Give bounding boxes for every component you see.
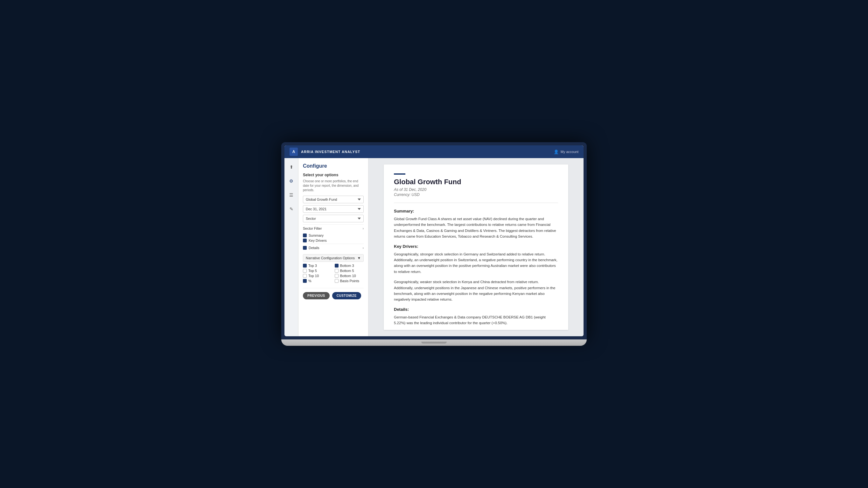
top10-checkbox[interactable] bbox=[303, 274, 307, 278]
details-section-title: Details: bbox=[394, 307, 558, 312]
details-label: Details bbox=[309, 246, 319, 250]
customize-button[interactable]: CUSTOMIZE bbox=[332, 292, 361, 299]
narrative-label: Narrative Configuration Options bbox=[306, 256, 355, 260]
key-drivers-text-2: Geographically, weaker stock selection i… bbox=[394, 279, 558, 302]
report-currency: Currency: USD bbox=[394, 192, 558, 197]
bottom3-checkbox[interactable] bbox=[335, 264, 339, 267]
bottom-buttons: PREVIOUS CUSTOMIZE bbox=[303, 288, 364, 299]
narrative-header[interactable]: Narrative Configuration Options ▼ bbox=[303, 254, 364, 262]
top-nav: A ARRIA INVESTMENT ANALYST 👤 My account bbox=[284, 145, 584, 158]
bottom3-option[interactable]: Bottom 3 bbox=[335, 264, 364, 267]
upload-icon[interactable]: ⬆ bbox=[287, 163, 296, 171]
percent-checkbox[interactable] bbox=[303, 279, 307, 283]
top5-label: Top 5 bbox=[308, 269, 317, 273]
configure-title: Configure bbox=[303, 163, 364, 169]
top3-option[interactable]: Top 3 bbox=[303, 264, 332, 267]
user-icon: 👤 bbox=[554, 150, 559, 154]
bottom10-option[interactable]: Bottom 10 bbox=[335, 274, 364, 278]
narrative-options-grid: Top 3 Bottom 3 Top 5 bbox=[303, 264, 364, 283]
basis-points-label: Basis Points bbox=[340, 279, 360, 283]
helper-text: Choose one or more portfolios, the end d… bbox=[303, 179, 364, 192]
edit-icon[interactable]: ✎ bbox=[287, 204, 296, 214]
key-drivers-label: Key Drivers bbox=[309, 238, 327, 242]
previous-button[interactable]: PREVIOUS bbox=[303, 292, 330, 299]
laptop-wrapper: A ARRIA INVESTMENT ANALYST 👤 My account … bbox=[281, 142, 587, 346]
select-options-label: Select your options bbox=[303, 173, 364, 177]
main-layout: ⬆ ⚙ ☰ ✎ Configure Select your options Ch… bbox=[284, 158, 584, 336]
details-body-text: German-based Financial Exchanges & Data … bbox=[394, 314, 558, 326]
top-nav-right[interactable]: 👤 My account bbox=[554, 150, 579, 154]
percent-label: % bbox=[308, 279, 311, 283]
top3-label: Top 3 bbox=[308, 264, 317, 267]
sector-filter-label: Sector Filter bbox=[303, 227, 322, 230]
settings-icon[interactable]: ⚙ bbox=[287, 176, 296, 186]
bottom5-option[interactable]: Bottom 5 bbox=[335, 269, 364, 273]
details-checkbox[interactable] bbox=[303, 246, 307, 250]
summary-body-text: Global Growth Fund Class A shares at net… bbox=[394, 216, 558, 239]
bottom3-label: Bottom 3 bbox=[340, 264, 354, 267]
top5-option[interactable]: Top 5 bbox=[303, 269, 332, 273]
icon-bar: ⬆ ⚙ ☰ ✎ bbox=[284, 158, 299, 336]
basis-points-checkbox[interactable] bbox=[335, 279, 339, 283]
narrative-chevron: ▼ bbox=[357, 256, 361, 260]
top10-label: Top 10 bbox=[308, 274, 319, 278]
top5-checkbox[interactable] bbox=[303, 269, 307, 273]
report-card: Global Growth Fund As of 31 Dec, 2020 Cu… bbox=[384, 164, 568, 330]
key-drivers-checkbox[interactable] bbox=[303, 238, 307, 242]
report-title: Global Growth Fund bbox=[394, 178, 558, 186]
details-chevron: › bbox=[363, 246, 364, 250]
bottom10-label: Bottom 10 bbox=[340, 274, 356, 278]
narrative-section: Narrative Configuration Options ▼ Top 3 … bbox=[303, 254, 364, 283]
laptop-base bbox=[281, 339, 587, 346]
sector-filter-chevron: › bbox=[363, 227, 364, 230]
report-date: As of 31 Dec, 2020 bbox=[394, 187, 558, 192]
top10-option[interactable]: Top 10 bbox=[303, 274, 332, 278]
summary-section-title: Summary: bbox=[394, 209, 558, 214]
summary-checkbox[interactable] bbox=[303, 233, 307, 237]
laptop-screen: A ARRIA INVESTMENT ANALYST 👤 My account … bbox=[281, 142, 587, 339]
app-logo: A bbox=[289, 148, 298, 156]
bottom5-label: Bottom 5 bbox=[340, 269, 354, 273]
app-title: ARRIA INVESTMENT ANALYST bbox=[301, 150, 360, 154]
app-container: A ARRIA INVESTMENT ANALYST 👤 My account … bbox=[284, 145, 584, 336]
preview-area: Global Growth Fund As of 31 Dec, 2020 Cu… bbox=[368, 158, 584, 336]
configure-panel: Configure Select your options Choose one… bbox=[299, 158, 368, 336]
summary-checkbox-row[interactable]: Summary bbox=[303, 233, 364, 237]
key-drivers-section-title: Key Drivers: bbox=[394, 244, 558, 249]
account-label[interactable]: My account bbox=[561, 150, 579, 154]
report-accent-bar bbox=[394, 173, 405, 175]
portfolio-dropdown[interactable]: Global Growth Fund bbox=[303, 196, 364, 203]
top3-checkbox[interactable] bbox=[303, 264, 307, 267]
dimension-dropdown[interactable]: Sector bbox=[303, 215, 364, 222]
sector-filter-row[interactable]: Sector Filter › bbox=[303, 224, 364, 232]
key-drivers-text-1: Geographically, stronger stock selection… bbox=[394, 251, 558, 275]
basis-points-option[interactable]: Basis Points bbox=[335, 279, 364, 283]
summary-label: Summary bbox=[309, 233, 323, 237]
key-drivers-checkbox-row[interactable]: Key Drivers bbox=[303, 238, 364, 242]
date-dropdown[interactable]: Dec 31, 2021 bbox=[303, 205, 364, 213]
details-row[interactable]: Details › bbox=[303, 244, 364, 252]
bottom10-checkbox[interactable] bbox=[335, 274, 339, 278]
top-nav-left: A ARRIA INVESTMENT ANALYST bbox=[289, 148, 360, 156]
report-divider bbox=[394, 203, 558, 203]
bottom5-checkbox[interactable] bbox=[335, 269, 339, 273]
laptop-notch bbox=[421, 341, 447, 344]
list-icon[interactable]: ☰ bbox=[287, 191, 296, 199]
percent-option[interactable]: % bbox=[303, 279, 332, 283]
